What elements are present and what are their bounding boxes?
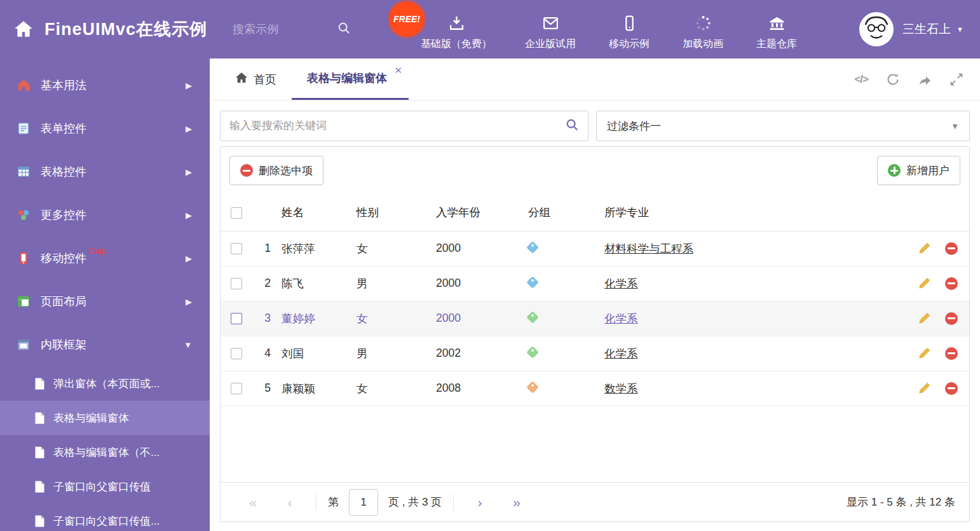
file-icon bbox=[34, 378, 45, 390]
table-row[interactable]: 2 陈飞 男 2000 化学系 bbox=[221, 266, 969, 301]
major-link[interactable]: 材料科学与工程系 bbox=[604, 242, 693, 255]
filter-dropdown[interactable]: 过滤条件一 ▼ bbox=[596, 111, 970, 141]
cell-year: 2000 bbox=[436, 231, 528, 266]
header-search-input[interactable] bbox=[233, 23, 328, 36]
sidebar-subitem-grid-edit-window-2[interactable]: 表格与编辑窗体（不... bbox=[0, 435, 210, 469]
column-header-year: 入学年份 bbox=[436, 194, 528, 231]
divider bbox=[453, 494, 454, 511]
nav-item-mobile-demo[interactable]: 移动示例 bbox=[592, 0, 666, 59]
grid-toolbar: 删除选中项 新增用户 bbox=[221, 147, 969, 194]
cell-gender: 女 bbox=[357, 371, 436, 406]
sidebar-subitem-label: 子窗口向父窗口传值 bbox=[53, 479, 151, 494]
edit-pencil-icon[interactable] bbox=[918, 347, 931, 360]
sidebar-subitem-child-to-parent[interactable]: 子窗口向父窗口传值 bbox=[0, 469, 210, 504]
sidebar-item-form-controls[interactable]: 表单控件 ▶ bbox=[0, 107, 210, 150]
user-menu[interactable]: 三生石上 ▼ bbox=[859, 12, 963, 46]
nav-item-label: 主题仓库 bbox=[756, 38, 797, 51]
open-new-window-icon[interactable] bbox=[918, 72, 932, 86]
table-row[interactable]: 4 刘国 男 2002 化学系 bbox=[221, 336, 969, 371]
nav-item-enterprise-trial[interactable]: 企业版试用 bbox=[508, 0, 592, 59]
edit-pencil-icon[interactable] bbox=[918, 242, 931, 255]
sidebar-item-mobile-controls[interactable]: 移动控件 Corp. ▶ bbox=[0, 237, 210, 280]
username[interactable]: 三生石上 ▼ bbox=[902, 21, 963, 38]
envelope-icon bbox=[542, 14, 559, 32]
row-checkbox[interactable] bbox=[231, 383, 242, 394]
first-page-button[interactable]: « bbox=[235, 495, 271, 510]
sidebar-item-inline-frame[interactable]: 内联框架 ▼ bbox=[0, 323, 210, 366]
sidebar-item-label: 更多控件 bbox=[41, 207, 86, 223]
app-header: FineUIMvc在线示例 FREE! 基础版（免费） 企业版试用 bbox=[0, 0, 980, 59]
edit-pencil-icon[interactable] bbox=[918, 382, 931, 395]
header-nav: FREE! 基础版（免费） 企业版试用 移动示例 bbox=[404, 0, 813, 59]
table-row[interactable]: 3 董婷婷 女 2000 化学系 bbox=[221, 301, 969, 336]
sidebar-item-basic-usage[interactable]: 基本用法 ▶ bbox=[0, 64, 210, 107]
page-label-prefix: 第 bbox=[328, 495, 339, 509]
search-icon[interactable] bbox=[565, 118, 579, 134]
major-link[interactable]: 数学系 bbox=[604, 382, 638, 395]
column-header-gender: 性别 bbox=[357, 194, 436, 231]
download-icon bbox=[448, 14, 465, 32]
cell-name: 康颖颖 bbox=[282, 371, 357, 406]
home-icon bbox=[17, 78, 31, 92]
cell-year: 2008 bbox=[436, 371, 528, 406]
mobile-icon bbox=[621, 14, 638, 32]
sidebar-subitem-child-to-parent-2[interactable]: 子窗口向父窗口传值... bbox=[0, 504, 210, 531]
form-icon bbox=[17, 121, 31, 135]
delete-row-icon[interactable] bbox=[945, 312, 958, 325]
sidebar-subitem-grid-edit-window[interactable]: 表格与编辑窗体 bbox=[0, 401, 210, 435]
last-page-button[interactable]: » bbox=[498, 495, 535, 510]
refresh-icon[interactable] bbox=[886, 72, 900, 86]
edit-pencil-icon[interactable] bbox=[918, 277, 931, 290]
group-tag-icon bbox=[526, 241, 539, 254]
delete-row-icon[interactable] bbox=[945, 277, 958, 290]
records-summary: 显示 1 - 5 条 , 共 12 条 bbox=[847, 495, 955, 509]
cell-gender: 女 bbox=[357, 301, 436, 336]
minus-circle-icon bbox=[240, 164, 253, 177]
fullscreen-icon[interactable] bbox=[949, 72, 963, 86]
tab-home[interactable]: 首页 bbox=[220, 59, 292, 100]
nav-item-label: 加载动画 bbox=[683, 38, 723, 51]
nav-item-loading-animation[interactable]: 加载动画 bbox=[666, 0, 740, 59]
search-icon[interactable] bbox=[337, 21, 351, 38]
group-tag-icon bbox=[526, 311, 539, 324]
column-header-name: 姓名 bbox=[282, 194, 357, 231]
add-user-button[interactable]: 新增用户 bbox=[877, 156, 960, 185]
cell-name: 陈飞 bbox=[282, 266, 357, 301]
sidebar-subitem-popup-window[interactable]: 弹出窗体（本页面或... bbox=[0, 366, 210, 401]
next-page-button[interactable]: › bbox=[461, 495, 498, 510]
table-row[interactable]: 5 康颖颖 女 2008 数学系 bbox=[221, 371, 969, 406]
cell-gender: 男 bbox=[357, 266, 436, 301]
sidebar-item-page-layout[interactable]: 页面布局 ▶ bbox=[0, 280, 210, 323]
delete-row-icon[interactable] bbox=[945, 382, 958, 395]
select-all-checkbox[interactable] bbox=[231, 207, 242, 219]
page-number-input[interactable] bbox=[349, 489, 378, 516]
row-checkbox[interactable] bbox=[231, 278, 242, 289]
delete-selected-button[interactable]: 删除选中项 bbox=[229, 156, 323, 185]
chevron-right-icon: ▶ bbox=[186, 124, 192, 134]
table-row[interactable]: 1 张萍萍 女 2000 材料科学与工程系 bbox=[221, 231, 969, 266]
sidebar-item-more-controls[interactable]: 更多控件 ▶ bbox=[0, 193, 210, 237]
delete-row-icon[interactable] bbox=[945, 242, 958, 255]
edit-pencil-icon[interactable] bbox=[918, 312, 931, 325]
nav-item-basic-free[interactable]: FREE! 基础版（免费） bbox=[404, 0, 508, 59]
sidebar-item-label: 页面布局 bbox=[41, 294, 86, 309]
home-icon[interactable] bbox=[13, 20, 34, 39]
tab-grid-edit-window[interactable]: 表格与编辑窗体 ✕ bbox=[292, 59, 409, 100]
source-code-icon[interactable]: </> bbox=[854, 73, 868, 86]
row-checkbox[interactable] bbox=[231, 243, 242, 254]
avatar[interactable] bbox=[859, 12, 894, 46]
sidebar-item-label: 移动控件 bbox=[41, 251, 86, 266]
row-number: 4 bbox=[254, 336, 282, 371]
major-link[interactable]: 化学系 bbox=[604, 277, 638, 290]
prev-page-button[interactable]: ‹ bbox=[271, 495, 308, 510]
major-link[interactable]: 化学系 bbox=[604, 312, 638, 325]
delete-row-icon[interactable] bbox=[945, 347, 958, 360]
chevron-right-icon: ▶ bbox=[186, 81, 192, 90]
row-checkbox[interactable] bbox=[231, 313, 242, 324]
row-checkbox[interactable] bbox=[231, 348, 242, 359]
sidebar-item-grid-controls[interactable]: 表格控件 ▶ bbox=[0, 150, 210, 193]
major-link[interactable]: 化学系 bbox=[604, 347, 638, 360]
close-icon[interactable]: ✕ bbox=[394, 66, 402, 75]
keyword-search-input[interactable] bbox=[229, 120, 565, 132]
nav-item-theme-store[interactable]: 主题仓库 bbox=[740, 0, 813, 59]
